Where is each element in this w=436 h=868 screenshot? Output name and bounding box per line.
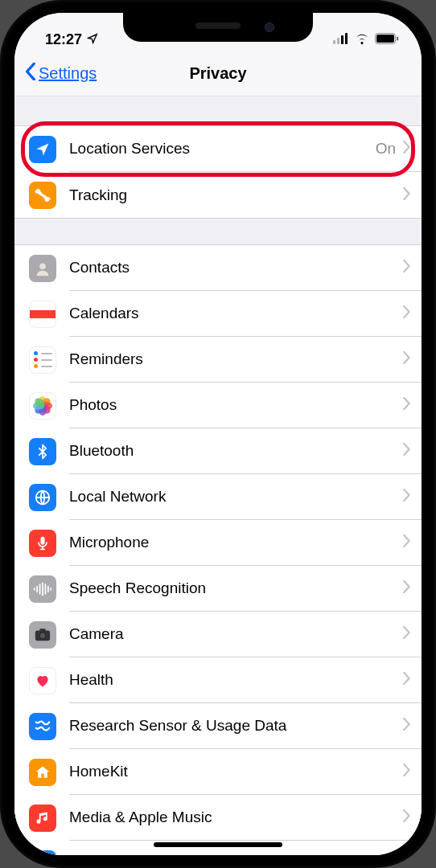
reminders-icon [29, 346, 56, 374]
page-title: Privacy [189, 64, 246, 83]
bluetooth-icon [29, 438, 56, 465]
svg-point-9 [39, 263, 46, 269]
chevron-right-icon [402, 489, 410, 505]
cellular-icon [333, 31, 349, 48]
media-icon [29, 805, 56, 832]
bluetooth-cell[interactable]: Bluetooth [14, 428, 422, 474]
front-camera [265, 23, 274, 32]
chevron-right-icon [402, 580, 410, 596]
svg-rect-6 [397, 36, 398, 40]
contacts-cell[interactable]: Contacts [14, 245, 422, 291]
research-cell[interactable]: Research Sensor & Usage Data [14, 703, 422, 749]
cell-label: Reminders [69, 350, 402, 368]
svg-rect-14 [39, 583, 41, 595]
cell-label: Local Network [69, 488, 402, 506]
speaker-grille [195, 23, 241, 29]
cell-value: On [376, 140, 396, 158]
media-cell[interactable]: Media & Apple Music [14, 795, 422, 841]
chevron-right-icon [402, 397, 410, 413]
cell-label: Microphone [69, 534, 402, 551]
files-icon [29, 850, 56, 856]
homekit-cell[interactable]: HomeKit [14, 749, 422, 795]
chevron-right-icon [402, 764, 410, 780]
chevron-right-icon [402, 305, 410, 321]
chevron-right-icon [402, 718, 410, 734]
chevron-right-icon [402, 260, 410, 276]
cell-label: Health [69, 671, 402, 689]
photos-icon [29, 392, 56, 420]
local-icon [29, 484, 56, 511]
health-cell[interactable]: Health [14, 657, 422, 703]
svg-rect-17 [47, 585, 49, 592]
svg-rect-2 [341, 35, 343, 44]
svg-rect-16 [45, 583, 47, 595]
svg-rect-22 [41, 773, 43, 777]
cell-label: Tracking [69, 186, 402, 204]
svg-rect-21 [39, 628, 45, 632]
health-icon [29, 667, 56, 694]
chevron-right-icon [402, 351, 410, 367]
camera-cell[interactable]: Camera [14, 612, 422, 657]
svg-rect-12 [34, 588, 35, 590]
svg-rect-15 [42, 582, 43, 596]
back-button[interactable]: Settings [24, 63, 97, 84]
reminders-cell[interactable]: Reminders [14, 337, 422, 383]
screen: 12:27 [14, 13, 422, 855]
svg-rect-13 [36, 585, 38, 592]
svg-rect-5 [376, 35, 394, 43]
tracking-icon [29, 182, 56, 209]
cell-label: Media & Apple Music [69, 809, 402, 826]
chevron-right-icon [402, 809, 410, 825]
location-services-cell[interactable]: Location ServicesOn [14, 126, 422, 172]
status-time: 12:27 [45, 31, 82, 48]
chevron-right-icon [402, 443, 410, 459]
calendars-cell[interactable]: Calendars [14, 291, 422, 337]
cell-label: Location Services [69, 140, 376, 158]
back-label: Settings [39, 64, 97, 83]
content[interactable]: Location ServicesOnTrackingContactsCalen… [14, 96, 422, 855]
cell-label: Bluetooth [69, 442, 402, 460]
navigation-bar: Settings Privacy [14, 51, 422, 96]
chevron-left-icon [24, 63, 37, 84]
svg-rect-11 [41, 536, 45, 544]
home-indicator[interactable] [154, 842, 282, 847]
cell-label: Files and Folders [69, 855, 402, 856]
location-icon [29, 136, 56, 163]
contacts-icon [29, 255, 56, 282]
cell-label: Contacts [69, 259, 402, 276]
camera-icon [29, 621, 56, 649]
cell-label: Calendars [69, 305, 402, 322]
wifi-icon [354, 31, 370, 48]
chevron-right-icon [402, 141, 410, 157]
phone-frame: 12:27 [0, 0, 436, 868]
photos-cell[interactable]: Photos [14, 383, 422, 428]
chevron-right-icon [402, 626, 410, 642]
settings-group: ContactsCalendarsRemindersPhotosBluetoot… [14, 244, 422, 855]
calendars-icon [29, 301, 56, 328]
cell-label: Camera [69, 625, 402, 643]
cell-label: Photos [69, 396, 402, 414]
tracking-cell[interactable]: Tracking [14, 172, 422, 218]
location-arrow-icon [87, 31, 98, 48]
svg-rect-0 [333, 40, 335, 44]
chevron-right-icon [402, 534, 410, 551]
speech-icon [29, 575, 56, 603]
svg-rect-1 [337, 38, 339, 44]
settings-group: Location ServicesOnTracking [14, 125, 422, 219]
chevron-right-icon [402, 672, 410, 688]
cell-label: Research Sensor & Usage Data [69, 717, 402, 735]
cell-label: Speech Recognition [69, 579, 402, 597]
chevron-right-icon [402, 187, 410, 203]
microphone-cell[interactable]: Microphone [14, 520, 422, 566]
battery-icon [375, 31, 399, 48]
speech-cell[interactable]: Speech Recognition [14, 566, 422, 612]
notch [123, 13, 313, 42]
svg-rect-3 [345, 33, 348, 44]
svg-rect-18 [50, 588, 51, 590]
mic-icon [29, 530, 56, 557]
homekit-icon [29, 759, 56, 786]
local-network-cell[interactable]: Local Network [14, 474, 422, 520]
svg-point-20 [39, 633, 46, 639]
cell-label: HomeKit [69, 763, 402, 780]
research-icon [29, 713, 56, 740]
